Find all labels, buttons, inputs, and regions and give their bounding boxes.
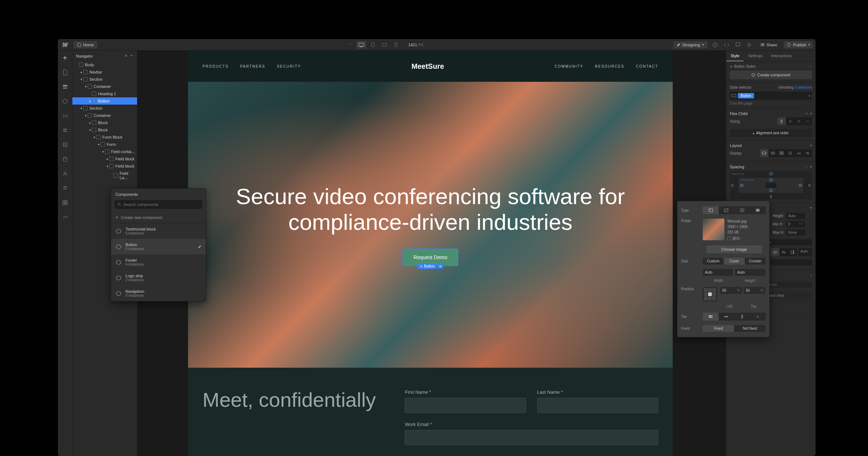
components-icon[interactable] — [61, 97, 69, 106]
selector-input[interactable]: Button ▾ — [730, 92, 812, 100]
sizing-more[interactable]: ⋯ — [803, 117, 812, 125]
chevron-down-icon[interactable]: ▾ — [810, 206, 812, 210]
bg-type-image[interactable] — [703, 206, 719, 214]
component-item-footer[interactable]: Footer4 instances — [111, 254, 206, 270]
maxh-input[interactable]: None — [786, 229, 805, 236]
components-search[interactable]: Search components — [115, 200, 202, 209]
cms-icon[interactable] — [61, 155, 69, 164]
bg-type-color[interactable] — [750, 206, 766, 214]
preview-icon[interactable] — [746, 41, 754, 49]
assets-icon[interactable] — [61, 140, 69, 149]
tree-item-section[interactable]: ▾Section — [72, 76, 137, 83]
publish-button[interactable]: Publish ▾ — [784, 41, 813, 48]
display-flex[interactable] — [769, 149, 777, 157]
breakpoint-mobile[interactable] — [391, 41, 401, 49]
viewport-size[interactable]: 1421 PX — [408, 43, 424, 47]
check-icon[interactable] — [711, 41, 719, 49]
bg-size-contain[interactable]: Contain — [745, 258, 766, 265]
tree-item-navbar[interactable]: ▸Navbar — [72, 68, 137, 76]
display-grid[interactable] — [777, 149, 786, 157]
tree-item-heading-1[interactable]: Heading 1 — [72, 90, 137, 97]
styles-icon[interactable] — [61, 126, 69, 135]
tab-style[interactable]: Style — [726, 51, 744, 61]
bg-size-custom[interactable]: Custom — [703, 258, 724, 265]
create-component-button[interactable]: Create component — [730, 71, 812, 79]
tree-item-container[interactable]: ▾Container — [72, 112, 137, 119]
sizing-none[interactable] — [795, 117, 803, 125]
tree-item-field-la---[interactable]: Field La... — [72, 170, 137, 181]
webflow-logo-icon[interactable] — [61, 41, 69, 49]
bg-fixed[interactable]: Fixed — [703, 325, 734, 332]
nav-link-security[interactable]: SECURITY — [277, 64, 301, 68]
code-icon[interactable] — [723, 41, 731, 49]
tree-item-button[interactable]: ▸Button — [72, 97, 137, 105]
tree-item-field-contai---[interactable]: ▾Field contai... — [72, 148, 137, 155]
display-block[interactable] — [760, 149, 769, 157]
nav-link-products[interactable]: PRODUCTS — [203, 64, 229, 68]
display-none[interactable] — [803, 149, 812, 157]
component-item-logo-strip[interactable]: Logo strip2 instances — [111, 270, 206, 286]
users-icon[interactable] — [61, 169, 69, 178]
minh-input[interactable]: 0 PX — [786, 221, 805, 227]
settings-icon[interactable] — [437, 264, 443, 269]
tree-item-form[interactable]: ▾Form — [72, 141, 137, 148]
breakpoint-desktop[interactable] — [356, 41, 366, 49]
bg-type-linear[interactable] — [719, 206, 735, 214]
share-button[interactable]: Share — [757, 41, 780, 48]
navigator-icon[interactable] — [61, 83, 69, 91]
tree-item-section[interactable]: ▾Section — [72, 105, 137, 112]
height-input[interactable]: Auto — [786, 213, 805, 219]
pages-icon[interactable] — [61, 68, 69, 77]
page-selector[interactable]: Home — [74, 41, 97, 48]
component-item-testimonial-block[interactable]: Testimonial block5 instances — [111, 223, 206, 239]
sizing-shrink[interactable] — [777, 117, 786, 125]
breakpoint-tablet[interactable] — [368, 41, 378, 49]
tile-y[interactable] — [734, 313, 750, 321]
spacing-editor[interactable]: MARGIN 10 0 0 0 PADDING 15 30 15 30 — [730, 171, 812, 199]
mode-toggle[interactable]: Designing ▾ — [673, 41, 707, 48]
nav-link-contact[interactable]: CONTACT — [636, 64, 658, 68]
alignment-accordion[interactable]: ▸Alignment and order — [730, 129, 812, 137]
tree-item-form-block[interactable]: ▾Form Block — [72, 134, 137, 141]
expand-icon[interactable]: ⤢ — [805, 112, 808, 115]
create-component-row[interactable]: + Create new component — [111, 212, 206, 223]
nav-link-community[interactable]: COMMUNITY — [554, 64, 583, 68]
audit-icon[interactable] — [61, 213, 69, 221]
comment-icon[interactable] — [734, 41, 742, 49]
work-email-input[interactable] — [405, 430, 658, 445]
tab-settings[interactable]: Settings — [744, 51, 767, 61]
more-icon[interactable]: ⋯ — [347, 41, 355, 49]
component-item-button[interactable]: Button5 instances — [111, 239, 206, 254]
tile-none[interactable] — [750, 313, 766, 321]
display-inline[interactable]: AA — [795, 149, 803, 157]
overflow-visible[interactable] — [771, 248, 779, 256]
last-name-input[interactable] — [537, 398, 658, 413]
first-name-input[interactable] — [405, 398, 526, 413]
component-item-navigation[interactable]: Navigation5 instances — [111, 286, 206, 301]
bg-top-input[interactable]: 50 % — [744, 287, 766, 294]
add-element-icon[interactable]: + — [61, 54, 69, 62]
tree-item-block[interactable]: ▸Block — [72, 119, 137, 126]
selector-chip[interactable]: Button — [738, 93, 754, 98]
bg-type-radial[interactable] — [734, 206, 750, 214]
overflow-scroll[interactable] — [788, 248, 797, 256]
tab-interactions[interactable]: Interactions — [767, 51, 796, 61]
overflow-hidden[interactable] — [779, 248, 788, 256]
chevron-down-icon[interactable]: ▾ — [809, 94, 810, 98]
tile-x[interactable] — [719, 313, 735, 321]
bg-position-grid[interactable] — [703, 287, 717, 301]
tree-item-container[interactable]: ▾Container — [72, 83, 137, 90]
chevron-down-icon[interactable]: ▾ — [810, 144, 812, 147]
display-inline-block[interactable] — [786, 149, 795, 157]
bg-not-fixed[interactable]: Not fixed — [734, 325, 766, 332]
chevron-down-icon[interactable]: ▾ — [810, 273, 812, 277]
chevron-down-icon[interactable]: ▾ — [810, 112, 812, 115]
bg-width-input[interactable]: Auto — [703, 269, 733, 276]
choose-image-button[interactable]: Choose image — [706, 245, 762, 253]
tree-item-block[interactable]: ▾Block — [72, 126, 137, 134]
sizing-grow[interactable] — [786, 117, 795, 125]
canvas[interactable]: PRODUCTSPARTNERSSECURITY MeetSure COMMUN… — [188, 51, 673, 456]
tile-both[interactable] — [703, 313, 719, 321]
tree-item-field-block[interactable]: ▸Field block — [72, 155, 137, 162]
pin-icon[interactable]: ⇤ — [131, 54, 133, 58]
